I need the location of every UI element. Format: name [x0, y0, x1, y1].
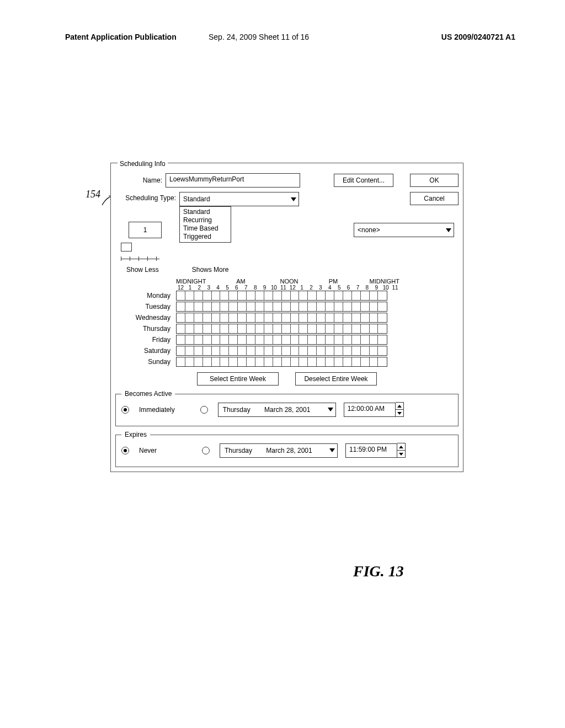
expires-on-date-radio[interactable]	[202, 447, 210, 454]
hour-cell[interactable]	[273, 357, 282, 366]
hour-cell[interactable]	[273, 346, 282, 355]
hour-cell[interactable]	[370, 313, 379, 322]
hour-cell[interactable]	[308, 335, 317, 344]
hour-cell[interactable]	[212, 302, 221, 311]
hour-cell[interactable]	[220, 335, 229, 344]
hour-cell[interactable]	[229, 324, 238, 333]
hour-cell[interactable]	[361, 302, 370, 311]
hour-cell[interactable]	[212, 335, 221, 344]
hour-cell[interactable]	[334, 291, 343, 300]
hour-cell[interactable]	[247, 357, 255, 366]
hour-cell[interactable]	[247, 324, 255, 333]
spinner-up-icon[interactable]	[396, 403, 403, 410]
hour-cell[interactable]	[308, 346, 317, 355]
hour-cell[interactable]	[343, 291, 352, 300]
hour-cell[interactable]	[326, 324, 334, 333]
hour-cell[interactable]	[352, 291, 361, 300]
hour-cell[interactable]	[352, 346, 361, 355]
hour-cell[interactable]	[343, 324, 352, 333]
hour-cell[interactable]	[177, 291, 185, 300]
hour-cell[interactable]	[194, 357, 203, 366]
hour-cell[interactable]	[229, 291, 238, 300]
none-dropdown[interactable]: <none>	[354, 223, 454, 237]
hour-cell[interactable]	[273, 335, 282, 344]
hour-cell[interactable]	[326, 335, 334, 344]
expires-time-input[interactable]: 11:59:00 PM	[345, 443, 397, 458]
hour-cell[interactable]	[247, 346, 255, 355]
hour-cell[interactable]	[352, 302, 361, 311]
hour-cell[interactable]	[194, 291, 203, 300]
becomes-active-date-dropdown[interactable]: Thursday March 28, 2001	[218, 403, 336, 417]
day-hour-cells[interactable]	[176, 302, 387, 312]
hour-cell[interactable]	[299, 313, 308, 322]
hour-cell[interactable]	[255, 357, 264, 366]
hour-cell[interactable]	[220, 346, 229, 355]
hour-cell[interactable]	[273, 302, 282, 311]
hour-cell[interactable]	[229, 346, 238, 355]
becomes-active-on-date-radio[interactable]	[200, 406, 208, 414]
hour-cell[interactable]	[220, 313, 229, 322]
hour-cell[interactable]	[212, 357, 221, 366]
hour-cell[interactable]	[282, 302, 291, 311]
hour-cell[interactable]	[247, 313, 255, 322]
hour-cell[interactable]	[212, 313, 221, 322]
hour-cell[interactable]	[238, 324, 247, 333]
hour-cell[interactable]	[212, 346, 221, 355]
hour-cell[interactable]	[255, 346, 264, 355]
hour-cell[interactable]	[308, 324, 317, 333]
day-hour-cells[interactable]	[176, 324, 387, 334]
hour-cell[interactable]	[317, 324, 326, 333]
hour-cell[interactable]	[185, 313, 194, 322]
hour-cell[interactable]	[291, 302, 300, 311]
hour-cell[interactable]	[334, 302, 343, 311]
slider-handle[interactable]	[121, 243, 132, 251]
spinner-down-icon[interactable]	[396, 410, 403, 416]
hour-cell[interactable]	[326, 346, 334, 355]
hour-cell[interactable]	[352, 335, 361, 344]
hour-cell[interactable]	[238, 335, 247, 344]
hour-cell[interactable]	[177, 346, 185, 355]
day-hour-cells[interactable]	[176, 357, 387, 367]
scheduling-type-option[interactable]: Time Based	[183, 224, 227, 233]
hour-cell[interactable]	[317, 291, 326, 300]
scheduling-type-listbox[interactable]: Standard Recurring Time Based Triggered	[179, 206, 231, 243]
select-entire-week-button[interactable]: Select Entire Week	[197, 372, 279, 386]
hour-cell[interactable]	[343, 313, 352, 322]
hour-cell[interactable]	[378, 335, 387, 344]
expires-date-dropdown[interactable]: Thursday March 28, 2001	[220, 443, 338, 458]
hour-cell[interactable]	[370, 357, 379, 366]
hour-cell[interactable]	[326, 302, 334, 311]
hour-cell[interactable]	[317, 313, 326, 322]
hour-cell[interactable]	[238, 357, 247, 366]
hour-cell[interactable]	[255, 302, 264, 311]
scheduling-type-option[interactable]: Triggered	[183, 233, 227, 241]
day-hour-cells[interactable]	[176, 313, 387, 323]
hour-cell[interactable]	[220, 291, 229, 300]
hour-cell[interactable]	[343, 335, 352, 344]
hour-cell[interactable]	[264, 291, 273, 300]
hour-cell[interactable]	[299, 291, 308, 300]
hour-cell[interactable]	[308, 302, 317, 311]
hour-cell[interactable]	[212, 324, 221, 333]
hour-cell[interactable]	[203, 324, 212, 333]
scheduling-type-option[interactable]: Recurring	[183, 216, 227, 224]
becomes-active-time-input[interactable]: 12:00:00 AM	[344, 403, 396, 417]
hour-cell[interactable]	[255, 335, 264, 344]
hour-cell[interactable]	[203, 313, 212, 322]
hour-cell[interactable]	[185, 346, 194, 355]
hour-cell[interactable]	[370, 335, 379, 344]
hour-cell[interactable]	[317, 302, 326, 311]
hour-cell[interactable]	[361, 357, 370, 366]
hour-cell[interactable]	[255, 324, 264, 333]
scheduling-type-option[interactable]: Standard	[183, 208, 227, 216]
hour-cell[interactable]	[282, 324, 291, 333]
hour-cell[interactable]	[361, 346, 370, 355]
hour-cell[interactable]	[282, 313, 291, 322]
hour-cell[interactable]	[361, 313, 370, 322]
hour-cell[interactable]	[317, 346, 326, 355]
hour-cell[interactable]	[264, 324, 273, 333]
hour-cell[interactable]	[194, 346, 203, 355]
hour-cell[interactable]	[185, 335, 194, 344]
hour-cell[interactable]	[291, 346, 300, 355]
scheduling-type-dropdown[interactable]: Standard	[179, 192, 299, 206]
